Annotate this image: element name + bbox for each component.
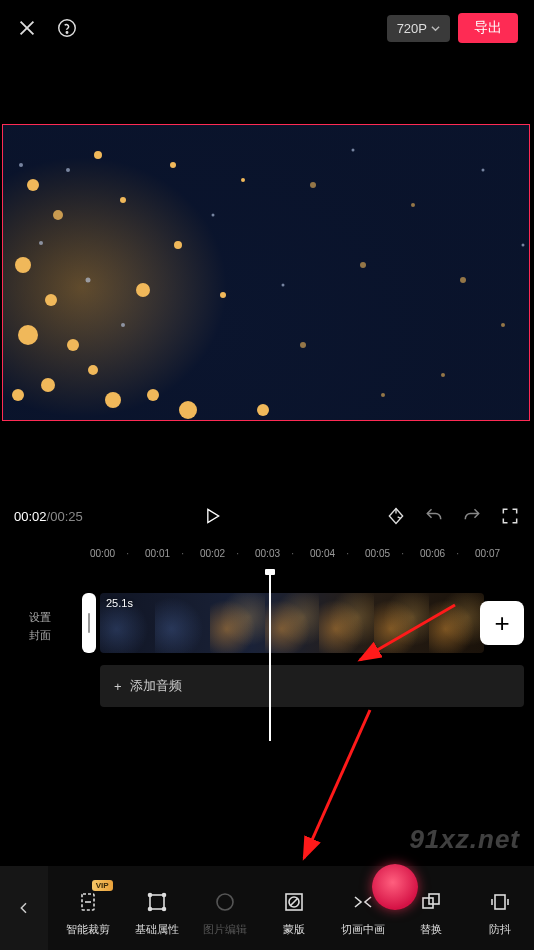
stabilize-icon (486, 888, 514, 916)
svg-point-21 (241, 178, 245, 182)
svg-point-11 (105, 392, 121, 408)
svg-rect-52 (423, 898, 433, 908)
svg-point-19 (94, 151, 102, 159)
svg-point-38 (86, 278, 91, 283)
clip-start-handle[interactable] (82, 593, 96, 653)
tick-7: 00:07 (475, 548, 530, 559)
svg-point-2 (27, 179, 39, 191)
svg-point-31 (121, 323, 125, 327)
svg-point-8 (41, 378, 55, 392)
tick-0: 00:00 (90, 548, 145, 559)
svg-point-44 (148, 893, 151, 896)
playback-bar: 00:02 / 00:25 (0, 491, 534, 541)
tick-1: 00:01 (145, 548, 200, 559)
svg-point-28 (441, 373, 445, 377)
set-cover-button[interactable]: 设置 封面 (16, 609, 64, 644)
svg-point-16 (220, 292, 226, 298)
svg-point-3 (53, 210, 63, 220)
svg-point-34 (482, 169, 485, 172)
pip-icon (349, 888, 377, 916)
add-audio-label: 添加音频 (130, 677, 182, 695)
image-edit-icon (211, 888, 239, 916)
resolution-selector[interactable]: 720P (387, 15, 450, 42)
preview-area (0, 124, 534, 421)
svg-point-5 (45, 294, 57, 306)
svg-rect-54 (495, 895, 505, 909)
svg-point-22 (310, 182, 316, 188)
tool-label: 智能裁剪 (66, 922, 110, 937)
svg-point-26 (300, 342, 306, 348)
timeline-tracks: 设置 封面 25.1s + + 添加音频 (0, 571, 534, 741)
tool-image-edit: 图片编辑 (191, 880, 260, 937)
svg-rect-43 (150, 895, 164, 909)
undo-icon[interactable] (424, 506, 444, 526)
tool-mask[interactable]: 蒙版 (260, 880, 329, 937)
svg-point-46 (148, 907, 151, 910)
svg-point-48 (217, 894, 233, 910)
top-bar: 720P 导出 (0, 0, 534, 56)
tool-smart-crop[interactable]: VIP 智能裁剪 (54, 880, 123, 937)
svg-point-29 (381, 393, 385, 397)
tool-label: 防抖 (489, 922, 511, 937)
tool-stabilize[interactable]: 防抖 (465, 880, 534, 937)
keyframe-icon[interactable] (386, 506, 406, 526)
plus-icon: + (114, 679, 122, 694)
svg-point-30 (66, 168, 70, 172)
tick-3: 00:03 (255, 548, 310, 559)
tool-label: 切画中画 (341, 922, 385, 937)
total-time: 00:25 (50, 509, 83, 524)
tool-label: 基础属性 (135, 922, 179, 937)
svg-point-15 (174, 241, 182, 249)
tick-6: 00:06 (420, 548, 475, 559)
svg-point-14 (136, 283, 150, 297)
svg-point-33 (212, 214, 215, 217)
chevron-down-icon (431, 21, 440, 36)
play-button[interactable] (202, 506, 222, 526)
svg-point-27 (501, 323, 505, 327)
tool-label: 替换 (420, 922, 442, 937)
tool-basic-attr[interactable]: 基础属性 (123, 880, 192, 937)
svg-point-36 (522, 244, 525, 247)
add-audio-button[interactable]: + 添加音频 (100, 665, 524, 707)
mask-icon (280, 888, 308, 916)
svg-line-51 (290, 898, 298, 906)
video-clip[interactable]: 25.1s (100, 593, 484, 653)
tool-pip[interactable]: 切画中画 (328, 880, 397, 937)
basic-attr-icon (143, 888, 171, 916)
smart-crop-icon (74, 888, 102, 916)
timeline-ruler[interactable]: 00:00 00:01 00:02 00:03 00:04 00:05 00:0… (0, 541, 534, 565)
back-button[interactable] (0, 866, 48, 950)
svg-point-9 (88, 365, 98, 375)
resolution-label: 720P (397, 21, 427, 36)
fullscreen-icon[interactable] (500, 506, 520, 526)
svg-point-1 (66, 32, 67, 33)
svg-rect-53 (429, 894, 439, 904)
svg-point-45 (162, 893, 165, 896)
svg-point-20 (170, 162, 176, 168)
add-clip-button[interactable]: + (480, 601, 524, 645)
svg-point-24 (411, 203, 415, 207)
close-icon[interactable] (16, 17, 38, 39)
svg-point-37 (282, 284, 285, 287)
tick-4: 00:04 (310, 548, 365, 559)
current-time: 00:02 (14, 509, 47, 524)
svg-point-12 (147, 389, 159, 401)
tick-2: 00:02 (200, 548, 255, 559)
video-preview[interactable] (2, 124, 530, 421)
redo-icon[interactable] (462, 506, 482, 526)
svg-point-35 (352, 149, 355, 152)
svg-point-23 (360, 262, 366, 268)
vip-badge: VIP (92, 880, 113, 891)
svg-point-7 (67, 339, 79, 351)
svg-point-10 (12, 389, 24, 401)
export-button[interactable]: 导出 (458, 13, 518, 43)
svg-point-39 (19, 163, 23, 167)
svg-point-17 (257, 404, 269, 416)
svg-point-18 (120, 197, 126, 203)
help-icon[interactable] (56, 17, 78, 39)
tool-replace[interactable]: 替换 (397, 880, 466, 937)
playhead[interactable] (269, 571, 271, 741)
svg-point-47 (162, 907, 165, 910)
svg-point-32 (39, 241, 43, 245)
svg-point-4 (15, 257, 31, 273)
